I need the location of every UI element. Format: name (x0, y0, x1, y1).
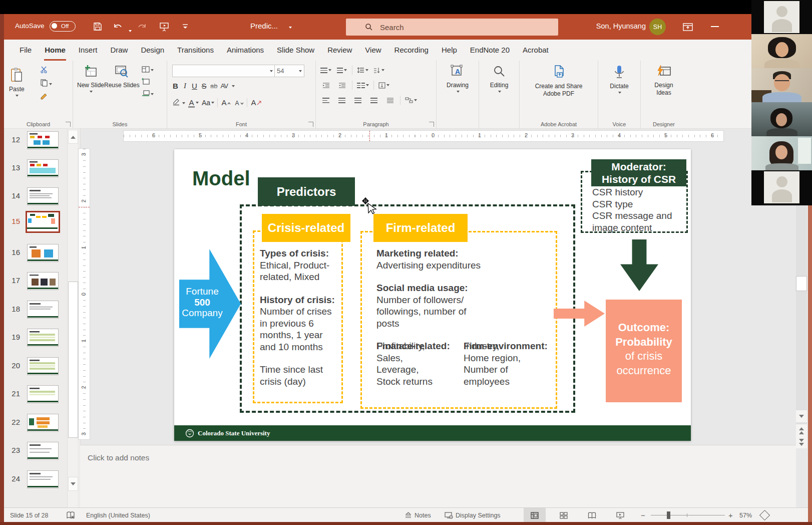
font-color-button[interactable]: A (188, 98, 199, 108)
search-box[interactable] (346, 19, 558, 36)
underline-button[interactable]: U (191, 82, 198, 90)
thumbnail-scrollbar-thumb[interactable] (68, 282, 78, 438)
reading-view-button[interactable] (581, 508, 603, 522)
zoom-slider[interactable] (651, 508, 725, 522)
video-participant[interactable] (751, 136, 812, 170)
firm-text-block[interactable]: Marketing related:Advertising expenditur… (376, 247, 552, 340)
minimize-button[interactable] (711, 26, 719, 27)
tab-animations[interactable]: Animations (220, 40, 270, 61)
slide-layout-icon[interactable] (142, 66, 154, 75)
italic-button[interactable]: I (182, 82, 188, 90)
crisis-text-block[interactable]: Types of crisis:Ethical, Product- relate… (260, 247, 340, 398)
font-name-combobox[interactable] (172, 65, 275, 77)
bold-button[interactable]: B (172, 82, 179, 90)
video-participant[interactable] (751, 102, 812, 136)
firm-related-box[interactable]: Firm-related (373, 214, 468, 242)
undo-dropdown-icon[interactable] (124, 25, 136, 37)
next-slide-button[interactable] (796, 436, 807, 448)
notes-toggle[interactable]: Notes (404, 508, 431, 522)
crisis-related-box[interactable]: Crisis-related (262, 214, 350, 242)
avatar[interactable]: SH (649, 19, 666, 35)
tab-acrobat[interactable]: Acrobat (516, 40, 555, 61)
cut-icon[interactable] (40, 66, 52, 75)
strikethrough-button[interactable]: S (201, 82, 207, 90)
smartart-icon[interactable] (405, 95, 417, 106)
fit-slide-to-window-button[interactable] (761, 508, 768, 522)
customize-quick-access-icon[interactable] (179, 21, 191, 33)
tab-recording[interactable]: Recording (388, 40, 435, 61)
increase-font-size-button[interactable]: A (221, 98, 231, 107)
display-settings-button[interactable]: Display Settings (445, 508, 501, 522)
predictors-box[interactable]: Predictors (258, 177, 355, 206)
thumbnail-scrollbar[interactable] (67, 129, 78, 507)
reuse-slides-button[interactable]: Reuse Slides (104, 61, 140, 115)
moderator-box[interactable]: Moderator: History of CSR (591, 159, 686, 186)
undo-button[interactable] (112, 21, 124, 33)
zoom-out-icon[interactable]: − (641, 508, 645, 522)
create-share-pdf-button[interactable]: Create and Share Adobe PDF (524, 61, 594, 115)
add-remove-columns-icon[interactable] (357, 80, 369, 91)
design-ideas-button[interactable]: Design Ideas (647, 61, 680, 115)
user-name[interactable]: Son, Hyunsang (576, 22, 646, 30)
moderator-text-block[interactable]: CSR history CSR type CSR message and ima… (592, 186, 692, 233)
scroll-down-icon[interactable] (796, 410, 807, 422)
drawing-button[interactable]: A Drawing (447, 61, 469, 115)
tab-file[interactable]: File (13, 40, 38, 61)
dictate-button[interactable]: Dictate (610, 61, 628, 115)
editor-scrollbar-thumb[interactable] (796, 276, 807, 291)
bullets-icon[interactable] (320, 65, 331, 76)
slide-canvas[interactable]: Model Predictors Crisis-related Types of… (174, 149, 691, 441)
notes-placeholder[interactable]: Click to add notes (88, 453, 149, 462)
slide-number-status[interactable]: Slide 15 of 28 (10, 508, 48, 522)
slideshow-view-button[interactable] (609, 508, 631, 522)
decrease-font-size-button[interactable]: A (234, 98, 244, 107)
tab-home[interactable]: Home (38, 40, 72, 61)
video-participant[interactable] (751, 34, 812, 68)
thumbnail-scroll-down-icon[interactable] (68, 477, 78, 491)
tab-endnote[interactable]: EndNote 20 (464, 40, 516, 61)
align-right-icon[interactable] (352, 95, 363, 106)
spell-check-icon[interactable] (66, 508, 75, 522)
sort-icon[interactable] (373, 65, 384, 76)
zoom-in-icon[interactable]: + (728, 508, 733, 522)
video-participant-placeholder[interactable] (751, 170, 812, 204)
zoom-slider-thumb[interactable] (667, 511, 670, 519)
slide-title[interactable]: Model (192, 167, 250, 190)
language-status[interactable]: English (United States) (86, 508, 150, 522)
notes-pane[interactable]: Click to add notes (80, 445, 796, 508)
search-input[interactable] (379, 23, 531, 32)
video-participant-placeholder[interactable] (751, 0, 812, 34)
paragraph-dialog-launcher-icon[interactable] (429, 122, 434, 127)
font-dialog-launcher-icon[interactable] (308, 122, 313, 127)
line-spacing-icon[interactable] (357, 65, 368, 76)
format-painter-icon[interactable] (40, 92, 52, 102)
slide-sorter-view-button[interactable] (553, 508, 575, 522)
align-center-icon[interactable] (336, 95, 347, 106)
editing-button[interactable]: Editing (490, 61, 509, 115)
copy-icon[interactable] (40, 79, 52, 89)
clear-formatting-button[interactable]: A (250, 98, 261, 107)
increase-indent-icon[interactable] (336, 80, 347, 91)
distribute-icon[interactable] (384, 95, 395, 106)
moderator-down-arrow[interactable] (620, 239, 658, 291)
numbering-icon[interactable] (336, 65, 347, 76)
highlight-color-button[interactable] (172, 98, 185, 108)
zoom-level[interactable]: 57% (739, 508, 752, 522)
tab-slide-show[interactable]: Slide Show (270, 40, 321, 61)
tab-insert[interactable]: Insert (72, 40, 104, 61)
tab-transitions[interactable]: Transitions (171, 40, 220, 61)
save-button[interactable] (92, 21, 104, 33)
autosave-toggle[interactable]: Off (50, 21, 76, 32)
document-title[interactable]: Predic... (250, 22, 278, 30)
thumbnail-scroll-up-icon[interactable] (68, 130, 78, 144)
clipboard-dialog-launcher-icon[interactable] (66, 122, 71, 127)
normal-view-button[interactable] (524, 508, 546, 522)
justify-icon[interactable] (368, 95, 379, 106)
tab-help[interactable]: Help (435, 40, 464, 61)
text-shadow-button[interactable]: ab (210, 82, 217, 90)
character-spacing-button[interactable]: AV (220, 82, 227, 90)
tab-draw[interactable]: Draw (104, 40, 134, 61)
new-slide-button[interactable]: New Slide (77, 61, 104, 115)
reset-slide-icon[interactable] (142, 78, 154, 87)
align-left-icon[interactable] (320, 95, 331, 106)
